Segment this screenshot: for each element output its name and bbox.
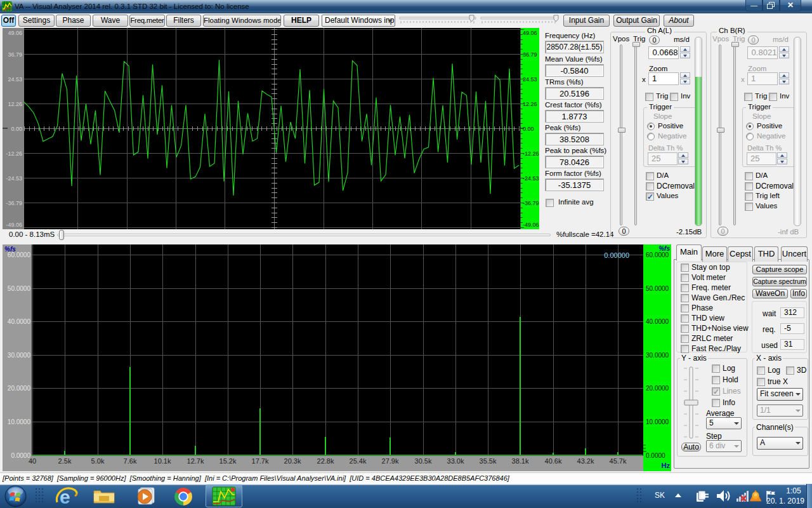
svg-text:10.0000: 10.0000 <box>8 418 31 425</box>
svg-text:15.2k: 15.2k <box>219 457 237 465</box>
svg-text:33.0k: 33.0k <box>447 457 464 465</box>
svg-text:0.00000: 0.00000 <box>604 251 629 259</box>
svg-text:%fs: %fs <box>658 245 670 252</box>
svg-text:0.0000: 0.0000 <box>646 452 665 459</box>
svg-text:-24.53: -24.53 <box>6 175 22 182</box>
svg-text:49.06: 49.06 <box>8 30 22 36</box>
svg-text:-24.53: -24.53 <box>523 175 539 182</box>
svg-text:30.5k: 30.5k <box>415 457 432 465</box>
svg-text:0.0000: 0.0000 <box>11 452 30 459</box>
svg-text:40.0000: 40.0000 <box>8 318 31 325</box>
svg-text:0.00: 0.00 <box>523 126 534 132</box>
svg-text:25.4k: 25.4k <box>350 457 367 465</box>
svg-text:20.3k: 20.3k <box>284 457 301 465</box>
svg-text:24.53: 24.53 <box>523 76 537 83</box>
svg-text:60.0000: 60.0000 <box>646 251 669 258</box>
svg-text:12.7k: 12.7k <box>187 457 204 465</box>
svg-text:10.1k: 10.1k <box>154 457 171 465</box>
svg-text:-36.79: -36.79 <box>6 200 22 206</box>
svg-text:12.26: 12.26 <box>523 101 537 107</box>
svg-text:-49.06: -49.06 <box>6 222 22 228</box>
svg-text:20.0000: 20.0000 <box>8 385 31 392</box>
svg-text:40.6k: 40.6k <box>545 457 562 465</box>
svg-text:50.0000: 50.0000 <box>8 285 31 292</box>
svg-text:0.00: 0.00 <box>11 126 22 132</box>
svg-text:36.79: 36.79 <box>8 51 22 58</box>
svg-text:36.79: 36.79 <box>523 51 537 58</box>
svg-text:Hz: Hz <box>662 462 671 469</box>
svg-text:38.1k: 38.1k <box>512 457 529 465</box>
svg-text:-36.79: -36.79 <box>523 200 539 206</box>
svg-text:24.53: 24.53 <box>8 76 22 83</box>
svg-text:10.0000: 10.0000 <box>646 418 669 425</box>
svg-text:5.0k: 5.0k <box>91 457 105 465</box>
svg-text:30.0000: 30.0000 <box>8 352 31 359</box>
svg-text:22.8k: 22.8k <box>317 457 334 465</box>
svg-text:2.5k: 2.5k <box>58 457 72 465</box>
svg-text:43.2k: 43.2k <box>577 457 594 465</box>
svg-text:-12.26: -12.26 <box>523 150 539 157</box>
svg-text:-49.06: -49.06 <box>523 222 539 228</box>
svg-text:20.0000: 20.0000 <box>646 385 669 392</box>
svg-text:27.9k: 27.9k <box>382 457 399 465</box>
svg-text:45.7k: 45.7k <box>610 457 627 465</box>
svg-text:40.0000: 40.0000 <box>646 318 669 325</box>
svg-text:50.0000: 50.0000 <box>646 285 669 292</box>
svg-text:17.7k: 17.7k <box>252 457 269 465</box>
svg-text:49.06: 49.06 <box>523 30 537 36</box>
svg-text:%fs: %fs <box>4 246 16 253</box>
svg-text:35.5k: 35.5k <box>480 457 497 465</box>
svg-text:40: 40 <box>29 457 36 465</box>
svg-text:12.26: 12.26 <box>8 101 22 107</box>
svg-text:-12.26: -12.26 <box>6 150 22 157</box>
svg-text:7.6k: 7.6k <box>124 457 137 465</box>
svg-text:30.0000: 30.0000 <box>646 352 669 359</box>
